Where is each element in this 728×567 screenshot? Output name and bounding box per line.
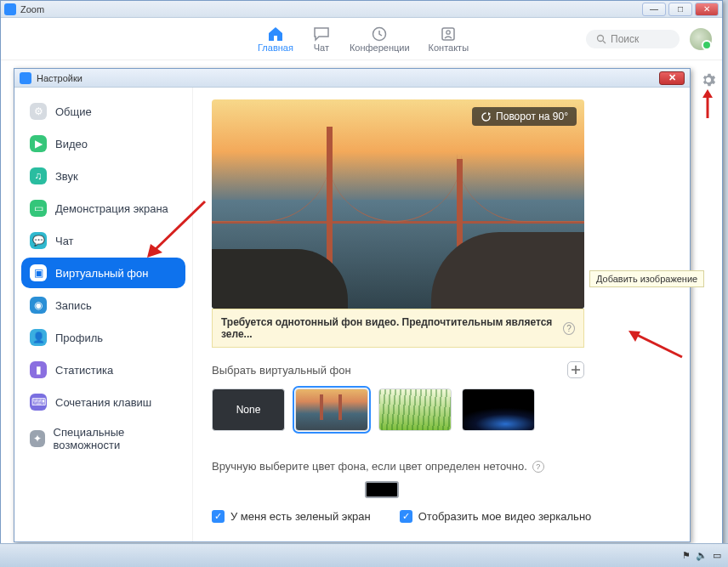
manual-color-label: Вручную выберите цвет фона, если цвет оп… <box>212 460 527 473</box>
minimize-button[interactable]: — <box>642 3 666 16</box>
search-input[interactable]: Поиск <box>586 30 680 48</box>
settings-title: Настройки <box>37 73 82 83</box>
sidebar-item-general[interactable]: ⚙Общие <box>21 96 185 127</box>
plus-icon <box>571 365 581 375</box>
thumb-none[interactable]: None <box>212 388 285 431</box>
settings-window: Настройки ✕ ⚙Общие ▶Видео ♫Звук ▭Демонст… <box>14 68 691 542</box>
choose-background-label: Выбрать виртуальный фон <box>212 364 351 377</box>
gear-icon[interactable] <box>701 72 716 91</box>
rotate-label: Поворот на 90° <box>496 111 568 122</box>
sidebar-item-recording[interactable]: ◉Запись <box>21 290 185 320</box>
thumb-none-label: None <box>236 404 261 416</box>
settings-content: Поворот на 90° Требуется однотонный фон … <box>193 88 690 541</box>
settings-sidebar: ⚙Общие ▶Видео ♫Звук ▭Демонстрация экрана… <box>14 88 193 541</box>
thumb-bridge[interactable] <box>295 388 368 431</box>
stats-icon: ▮ <box>30 361 47 378</box>
sidebar-label: Видео <box>55 138 88 150</box>
chat-icon: 💬 <box>30 232 47 249</box>
sidebar-item-shortcuts[interactable]: ⌨Сочетания клавиш <box>21 387 185 417</box>
screen-icon: ▭ <box>30 200 47 217</box>
contacts-icon <box>439 26 458 43</box>
tray-volume-icon: 🔈 <box>696 550 708 561</box>
profile-icon: 👤 <box>30 329 47 346</box>
help-icon[interactable]: ? <box>563 322 575 335</box>
sidebar-label: Профиль <box>55 332 103 344</box>
tray-flag-icon: ⚑ <box>682 550 691 561</box>
annotation-arrow-gear <box>700 89 715 120</box>
checkmark-icon: ✓ <box>212 510 225 523</box>
clock-icon <box>370 26 389 43</box>
main-nav: Главная Чат Конференции Контакты <box>258 26 469 53</box>
thumb-grass[interactable] <box>378 388 452 431</box>
video-icon: ▶ <box>30 135 47 152</box>
tray-network-icon: ▭ <box>713 550 721 561</box>
sidebar-label: Общие <box>55 105 92 118</box>
svg-line-8 <box>635 334 682 357</box>
sidebar-label: Звук <box>55 170 78 183</box>
nav-contacts[interactable]: Контакты <box>429 26 469 53</box>
nav-chat[interactable]: Чат <box>312 26 331 53</box>
tooltip-text: Добавить изображение <box>596 274 697 284</box>
close-button[interactable]: ✕ <box>695 3 719 16</box>
add-image-tooltip: Добавить изображение <box>589 270 704 287</box>
sidebar-label: Статистика <box>55 364 113 377</box>
svg-point-2 <box>446 30 450 33</box>
svg-line-10 <box>154 201 205 251</box>
nav-label: Контакты <box>429 43 469 53</box>
user-avatar[interactable] <box>690 28 712 50</box>
main-toolbar: Главная Чат Конференции Контакты Поиск <box>1 18 722 60</box>
checkbox-mirror-video[interactable]: ✓ Отобразить мое видео зеркально <box>400 510 592 523</box>
taskbar: ⚑ 🔈 ▭ <box>0 543 728 567</box>
color-picker-swatch[interactable] <box>365 481 399 498</box>
gear-icon: ⚙ <box>30 103 47 120</box>
rotate-button[interactable]: Поворот на 90° <box>472 107 577 126</box>
zoom-app-icon <box>4 3 16 15</box>
sidebar-item-profile[interactable]: 👤Профиль <box>21 322 185 353</box>
headphone-icon: ♫ <box>30 167 47 184</box>
main-title: Zoom <box>20 4 44 14</box>
sidebar-label: Виртуальный фон <box>55 267 148 280</box>
checkbox-green-screen[interactable]: ✓ У меня есть зеленый экран <box>212 510 371 523</box>
home-icon <box>266 26 285 43</box>
checkbox-label: У меня есть зеленый экран <box>230 510 371 523</box>
keyboard-icon: ⌨ <box>30 394 47 411</box>
svg-point-3 <box>598 35 604 41</box>
sidebar-label: Запись <box>55 299 92 312</box>
maximize-button[interactable]: □ <box>668 3 692 16</box>
background-thumbnails: None <box>212 388 671 431</box>
settings-close-button[interactable]: ✕ <box>659 71 685 85</box>
system-tray[interactable]: ⚑ 🔈 ▭ <box>682 550 721 561</box>
nav-label: Конференции <box>350 43 410 53</box>
svg-line-4 <box>603 41 606 43</box>
annotation-arrow-add <box>627 327 686 361</box>
sidebar-item-accessibility[interactable]: ✦Специальные возможности <box>21 419 185 458</box>
record-icon: ◉ <box>30 297 47 314</box>
zoom-app-icon <box>20 72 31 84</box>
sidebar-item-video[interactable]: ▶Видео <box>21 128 185 159</box>
search-icon <box>596 34 606 44</box>
background-icon: ▣ <box>30 264 47 281</box>
sidebar-label: Специальные возможности <box>54 426 177 451</box>
sidebar-item-audio[interactable]: ♫Звук <box>21 161 185 191</box>
add-image-button[interactable] <box>567 361 584 378</box>
svg-marker-7 <box>488 112 491 116</box>
checkmark-icon: ✓ <box>400 510 412 523</box>
annotation-arrow-sidebar <box>142 196 210 264</box>
nav-label: Чат <box>314 43 329 53</box>
help-icon[interactable]: ? <box>532 461 544 473</box>
sidebar-label: Чат <box>55 235 74 247</box>
sidebar-label: Сочетания клавиш <box>55 396 151 409</box>
settings-titlebar: Настройки ✕ <box>14 69 690 88</box>
nav-meetings[interactable]: Конференции <box>350 26 410 53</box>
accessibility-icon: ✦ <box>30 430 45 447</box>
checkbox-label: Отобразить мое видео зеркально <box>418 510 592 523</box>
warning-text: Требуется однотонный фон видео. Предпочт… <box>221 316 563 340</box>
chat-icon <box>312 26 331 43</box>
video-preview: Поворот на 90° <box>212 99 584 309</box>
thumb-space[interactable] <box>462 388 535 431</box>
sidebar-item-statistics[interactable]: ▮Статистика <box>21 354 185 385</box>
nav-label: Главная <box>258 43 293 53</box>
search-placeholder: Поиск <box>611 33 639 45</box>
nav-home[interactable]: Главная <box>258 26 293 53</box>
main-titlebar: Zoom — □ ✕ <box>1 1 722 18</box>
